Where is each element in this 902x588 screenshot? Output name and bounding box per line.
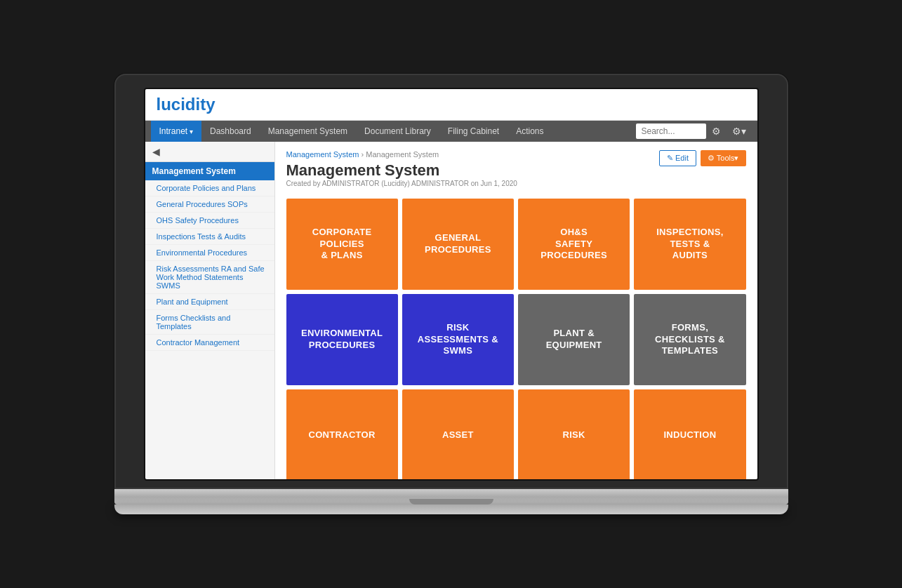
tile-corporate-label: CORPORATEPOLICIES& PLANS: [307, 221, 378, 268]
sidebar-toggle[interactable]: ◀: [145, 142, 274, 162]
logo-text: lucidity: [157, 95, 215, 114]
tile-asset-label: ASSET: [437, 424, 479, 447]
tile-corporate[interactable]: CORPORATEPOLICIES& PLANS: [286, 199, 398, 290]
nav-filing-cabinet[interactable]: Filing Cabinet: [439, 121, 508, 142]
breadcrumb-current: Management System: [366, 150, 439, 159]
sidebar-item-inspections[interactable]: Inspections Tests & Audits: [145, 229, 274, 245]
laptop-screen: lucidity Intranet Dashboard Management S…: [144, 88, 759, 481]
sidebar-item-contractor[interactable]: Contractor Management: [145, 335, 274, 351]
logo[interactable]: lucidity: [157, 95, 215, 114]
search-input[interactable]: [636, 123, 706, 139]
laptop-notch: [409, 499, 493, 505]
tile-ohs[interactable]: OH&SSAFETYPROCEDURES: [518, 199, 630, 290]
nav-dashboard[interactable]: Dashboard: [201, 121, 260, 142]
tile-general[interactable]: GENERALPROCEDURES: [402, 199, 514, 290]
app: lucidity Intranet Dashboard Management S…: [145, 89, 757, 481]
nav-actions[interactable]: Actions: [508, 121, 552, 142]
nav-intranet[interactable]: Intranet: [151, 121, 201, 142]
tile-inspections[interactable]: INSPECTIONS,TESTS &AUDITS: [634, 199, 745, 290]
sidebar-item-general[interactable]: General Procedures SOPs: [145, 196, 274, 213]
nav-document-library[interactable]: Document Library: [356, 121, 439, 142]
gear-icon[interactable]: ⚙: [706, 121, 727, 141]
tile-ohs-label: OH&SSAFETYPROCEDURES: [535, 221, 613, 268]
tile-induction[interactable]: INDUCTION: [634, 389, 745, 481]
sidebar: ◀ Management System Corporate Policies a…: [145, 142, 275, 481]
tile-risk-assessments[interactable]: RISKASSESSMENTS &SWMS: [402, 294, 514, 385]
sidebar-title: Management System: [145, 162, 274, 180]
breadcrumb: Management System › Management System: [286, 150, 517, 159]
tile-general-label: GENERALPROCEDURES: [419, 227, 497, 262]
screen-bezel: lucidity Intranet Dashboard Management S…: [114, 74, 788, 489]
laptop-shell: lucidity Intranet Dashboard Management S…: [114, 74, 788, 514]
tile-plant-label: PLANT &EQUIPMENT: [540, 322, 608, 357]
tile-environmental-label: ENVIRONMENTALPROCEDURES: [296, 322, 388, 357]
tile-risk[interactable]: RISK: [518, 389, 630, 481]
breadcrumb-container: Management System › Management System Ma…: [286, 150, 517, 196]
page-actions: ✎ Edit ⚙ Tools▾: [659, 150, 746, 166]
sidebar-item-environmental[interactable]: Environmental Procedures: [145, 245, 274, 261]
user-settings-icon[interactable]: ⚙▾: [727, 121, 752, 141]
laptop-base: [114, 489, 788, 505]
sidebar-item-ohs[interactable]: OHS Safety Procedures: [145, 213, 274, 229]
page-meta: Created by ADMINISTRATOR (Lucidity) ADMI…: [286, 180, 517, 187]
tile-risk-assessments-label: RISKASSESSMENTS &SWMS: [412, 316, 504, 363]
tile-forms[interactable]: FORMS,CHECKLISTS &TEMPLATES: [634, 294, 745, 385]
main-content: Management System › Management System Ma…: [275, 142, 757, 481]
tiles-grid: CORPORATEPOLICIES& PLANS GENERALPROCEDUR…: [286, 199, 746, 481]
navbar: Intranet Dashboard Management System Doc…: [145, 121, 757, 142]
app-header: lucidity: [145, 89, 757, 121]
nav-management-system[interactable]: Management System: [260, 121, 356, 142]
sidebar-item-plant[interactable]: Plant and Equipment: [145, 294, 274, 310]
page-title: Management System: [286, 161, 517, 180]
sidebar-item-forms[interactable]: Forms Checklists and Templates: [145, 310, 274, 335]
tools-button[interactable]: ⚙ Tools▾: [701, 150, 746, 166]
tile-inspections-label: INSPECTIONS,TESTS &AUDITS: [651, 221, 729, 268]
page-header: Management System › Management System Ma…: [286, 150, 746, 196]
laptop-stand: [114, 505, 788, 514]
tile-induction-label: INDUCTION: [658, 424, 722, 447]
tile-contractor[interactable]: CONTRACTOR: [286, 389, 398, 481]
tile-risk-label: RISK: [557, 424, 590, 447]
tile-plant[interactable]: PLANT &EQUIPMENT: [518, 294, 630, 385]
main-layout: ◀ Management System Corporate Policies a…: [145, 142, 757, 481]
breadcrumb-link-1[interactable]: Management System: [286, 150, 359, 159]
sidebar-item-risk[interactable]: Risk Assessments RA and Safe Work Method…: [145, 261, 274, 294]
tile-asset[interactable]: ASSET: [402, 389, 514, 481]
edit-button[interactable]: ✎ Edit: [659, 150, 696, 166]
sidebar-item-corporate[interactable]: Corporate Policies and Plans: [145, 180, 274, 196]
tile-forms-label: FORMS,CHECKLISTS &TEMPLATES: [649, 316, 731, 363]
tile-environmental[interactable]: ENVIRONMENTALPROCEDURES: [286, 294, 398, 385]
tile-contractor-label: CONTRACTOR: [303, 424, 381, 447]
